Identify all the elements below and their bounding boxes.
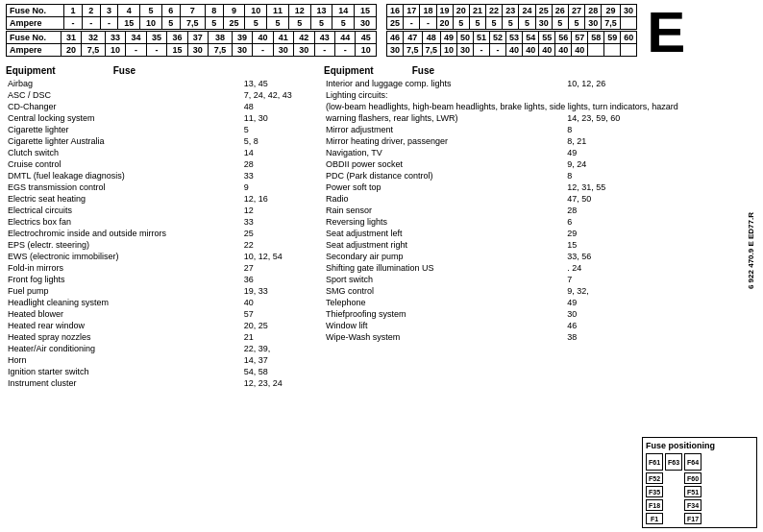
right-equipment-column: Equipment Fuse Interior and luggage comp… xyxy=(324,65,636,528)
list-item: Rain sensor28 xyxy=(324,205,636,216)
amp28: 30 xyxy=(585,17,602,30)
fn27: 27 xyxy=(568,5,584,17)
right-side-col: 6 922 470.9 E ED77.R Fuse positioning F6… xyxy=(642,65,757,528)
fuse-number: 48 xyxy=(236,101,318,112)
equipment-name: Navigation, TV xyxy=(324,147,559,158)
fn7: 7 xyxy=(180,5,205,17)
fuse-f64: F64 xyxy=(684,453,701,471)
list-item: Radio47, 50 xyxy=(324,193,636,205)
fuse-number: . 24 xyxy=(559,262,636,274)
amp33: 10 xyxy=(105,44,125,57)
fn48: 48 xyxy=(422,32,441,44)
amp14: 5 xyxy=(332,17,355,30)
fuse-number: 25 xyxy=(236,228,318,239)
fn46: 46 xyxy=(387,32,404,44)
fn44: 44 xyxy=(334,32,355,44)
equipment-name: Electrics box fan xyxy=(6,216,236,228)
amp44: - xyxy=(334,44,355,57)
fuse-f63: F63 xyxy=(665,453,682,471)
fuse-number: 12, 16 xyxy=(236,193,318,205)
fuse-number: 11, 30 xyxy=(236,112,318,124)
fuse-f34: F34 xyxy=(684,499,701,511)
equipment-name: Horn xyxy=(6,354,236,366)
list-item: Navigation, TV49 xyxy=(324,147,636,158)
amp48: 7,5 xyxy=(422,44,441,57)
fuse-number: 38 xyxy=(559,331,636,343)
fn6: 6 xyxy=(161,5,180,17)
fuse-number: 5, 8 xyxy=(236,135,318,147)
fn30: 30 xyxy=(620,5,636,17)
fuse-f35: F35 xyxy=(646,486,663,497)
list-item: Electrical circuits12 xyxy=(6,205,318,216)
fuse-number: 22 xyxy=(236,239,318,251)
amp5: 10 xyxy=(140,17,162,30)
fuse-number: 14, 23, 59, 60 xyxy=(559,112,636,124)
list-item: Seat adjustment left29 xyxy=(324,228,636,239)
right-equipment-table: Interior and luggage comp. lights10, 12,… xyxy=(324,78,636,343)
equipment-name: Electrical circuits xyxy=(6,205,236,216)
fn42: 42 xyxy=(294,32,314,44)
content-section: Equipment Fuse Airbag13, 45ASC / DSC7, 2… xyxy=(6,65,757,528)
list-item: Headlight cleaning system40 xyxy=(6,297,318,308)
fn21: 21 xyxy=(469,5,485,17)
list-item: Interior and luggage comp. lights10, 12,… xyxy=(324,78,636,89)
right-tables-wrapper: 16 17 18 19 20 21 22 23 24 25 26 27 28 2… xyxy=(386,4,637,61)
fn26: 26 xyxy=(552,5,568,17)
amp17: - xyxy=(404,17,420,30)
list-item: Heated blower57 xyxy=(6,308,318,320)
fn20: 20 xyxy=(453,5,469,17)
equipment-name: ASC / DSC xyxy=(6,89,236,101)
fuse-number: 27 xyxy=(236,262,318,274)
equipment-name: Electric seat heating xyxy=(6,193,236,205)
fuse-no-label-1: Fuse No. xyxy=(7,5,64,17)
amp21: 5 xyxy=(469,17,485,30)
amp45: 10 xyxy=(356,44,377,57)
amp51: - xyxy=(474,44,490,57)
amp57: 40 xyxy=(572,44,588,57)
amp26: 5 xyxy=(552,17,568,30)
fuse-table-31-45: Fuse No. 31 32 33 34 35 36 37 38 39 40 4… xyxy=(6,31,377,57)
list-item: EWS (electronic immobiliser)10, 12, 54 xyxy=(6,251,318,262)
amp55: 40 xyxy=(539,44,555,57)
left-fuse-header: Fuse xyxy=(113,65,135,76)
amp18: - xyxy=(420,17,436,30)
amp12: 5 xyxy=(288,17,310,30)
amp47: 7,5 xyxy=(404,44,423,57)
equipment-name: Cigarette lighter Australia xyxy=(6,135,236,147)
amp35: - xyxy=(146,44,166,57)
fn54: 54 xyxy=(523,32,539,44)
list-item: Lighting circuits: xyxy=(324,89,636,101)
amp42: 30 xyxy=(294,44,314,57)
fuse-number: 9 xyxy=(236,181,318,193)
equipment-name: Heater/Air conditioning xyxy=(6,343,236,354)
amp39: 30 xyxy=(232,44,252,57)
fn5: 5 xyxy=(140,5,162,17)
amp8: 5 xyxy=(205,17,223,30)
amp31: 20 xyxy=(61,44,81,57)
fuse-number: 57 xyxy=(236,308,318,320)
list-item: Telephone49 xyxy=(324,297,636,308)
equipment-name: Secondary air pump xyxy=(324,251,559,262)
amp13: 5 xyxy=(310,17,332,30)
fn40: 40 xyxy=(253,32,273,44)
fuse-number: 12 xyxy=(236,205,318,216)
equipment-name: Heated blower xyxy=(6,308,236,320)
amp25: 30 xyxy=(535,17,552,30)
fuse-number: 8 xyxy=(559,170,636,181)
amp2: - xyxy=(82,17,100,30)
left-eq-header: Equipment xyxy=(6,65,56,76)
fuse-number: 15 xyxy=(559,239,636,251)
amp7: 7,5 xyxy=(180,17,205,30)
list-item: DMTL (fuel leakage diagnosis)33 xyxy=(6,170,318,181)
equipment-name: Front fog lights xyxy=(6,274,236,285)
amp40: - xyxy=(253,44,273,57)
equipment-name: Airbag xyxy=(6,78,236,89)
fuse-number: 12, 23, 24 xyxy=(236,377,318,389)
fuse-number: 33 xyxy=(236,216,318,228)
right-eq-header: Equipment xyxy=(324,65,374,76)
fuse-number: 47, 50 xyxy=(559,193,636,205)
equipment-name: Sport switch xyxy=(324,274,559,285)
amp19: 20 xyxy=(436,17,453,30)
ampere-label-2: Ampere xyxy=(7,44,62,57)
equipment-name: Heated rear window xyxy=(6,320,236,331)
